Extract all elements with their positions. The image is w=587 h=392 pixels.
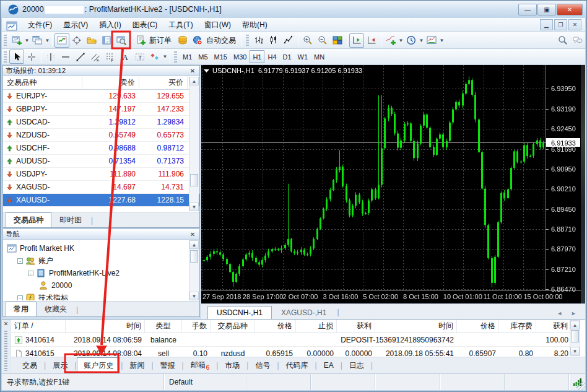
line-chart-button[interactable] [281, 33, 296, 48]
periods-button[interactable] [404, 33, 419, 48]
menu-item-1[interactable]: 显示(V) [58, 18, 93, 32]
price-chart-canvas[interactable] [201, 65, 581, 303]
terminal-tab-t4[interactable]: 警报 [154, 358, 181, 373]
close-icon[interactable]: ✕ [188, 68, 197, 74]
column-header[interactable]: 止损 [296, 320, 337, 333]
terminal-gripper[interactable] [4, 331, 7, 371]
market-watch-row-eurjpy[interactable]: EURJPY-129.633129.655 [3, 90, 199, 103]
terminal-tab-t5[interactable]: 邮箱6 [185, 357, 216, 373]
window-restore-button[interactable]: ▣ [537, 4, 556, 15]
bar-chart-button[interactable] [251, 33, 266, 48]
chart-tab-xagusd-h1[interactable]: XAGUSD-,H1 [272, 306, 336, 319]
market-watch-tab[interactable]: 即时图 [51, 212, 90, 227]
tick-chart-button[interactable] [54, 33, 69, 48]
tree-item-20000[interactable]: 20000 [3, 279, 189, 292]
timeframe-h4-button[interactable]: H4 [264, 50, 279, 63]
terminal-tab-t8[interactable]: 代码库 [280, 358, 315, 373]
navigator-scrollbar[interactable]: ▲ ▼ [189, 240, 199, 300]
navigator-tab[interactable]: 收藏夹 [37, 302, 75, 316]
new-chart-button[interactable] [9, 33, 24, 48]
window-close-button[interactable]: ✕ [557, 4, 583, 15]
tree-item--[interactable]: -账户 [3, 255, 189, 267]
toolbar-gripper[interactable] [246, 35, 249, 46]
chart-tab-usdcnh-h1[interactable]: USDCNH-,H1 [207, 306, 272, 319]
autotrading-button[interactable] [190, 33, 205, 48]
timeframe-m15-button[interactable]: M15 [211, 50, 230, 63]
terminal-tab-t1[interactable]: 展示 [46, 358, 74, 373]
autotrading-button-label[interactable]: 自动交易 [206, 35, 236, 46]
templates-button[interactable] [424, 33, 439, 48]
terminal-toggle-button[interactable] [99, 33, 114, 48]
child-restore-button[interactable]: ❐ [554, 19, 567, 30]
search-button[interactable] [555, 33, 570, 48]
market-watch-row-gbpjpy[interactable]: GBPJPY-147.197147.233 [3, 103, 199, 116]
strategy-tester-button[interactable] [114, 33, 129, 48]
terminal-tab-t3[interactable]: 新闻 [123, 358, 150, 373]
child-close-button[interactable]: ✕ [568, 19, 581, 30]
timeframe-m5-button[interactable]: M5 [195, 50, 211, 63]
column-symbol[interactable]: 交易品种 [3, 76, 82, 89]
column-header[interactable]: 时间 [375, 320, 457, 333]
tree-item-profit-market-hk[interactable]: Profit Market HK [3, 242, 189, 255]
text-button[interactable]: A [118, 50, 133, 64]
text-label-button[interactable]: T [133, 50, 147, 64]
arrows-button-dropdown[interactable]: ▼ [162, 54, 168, 59]
market-watch-row-usdcad[interactable]: USDCAD-1.298121.29834 [3, 116, 199, 129]
column-bid[interactable]: 卖价 [82, 76, 139, 89]
market-watch-row-usdchf[interactable]: USDCHF-0.986880.98712 [3, 142, 199, 155]
window-minimize-button[interactable]: — [518, 4, 537, 15]
timeframe-m1-button[interactable]: M1 [180, 50, 195, 63]
new-chart-button-dropdown[interactable]: ▼ [24, 38, 30, 43]
market-watch-row-audusd[interactable]: AUDUSD-0.713540.71373 [3, 155, 199, 168]
market-watch-scrollbar[interactable]: ▲ ▼ [189, 77, 199, 211]
history-row-3410614[interactable]: 34106142018.09.14 08:06:59balanceDEPOSIT… [11, 333, 572, 347]
tab-scroll-right-icon[interactable]: ► [571, 310, 576, 316]
profiles-button[interactable] [30, 33, 45, 48]
market-watch-row-usdjpy[interactable]: USDJPY-111.890111.906 [3, 168, 199, 181]
history-row-3410615[interactable]: 34106152018.09.14 08:08:04sell0.10nzdusd… [11, 347, 572, 357]
tree-item--[interactable]: -f技术指标 [3, 292, 189, 300]
terminal-tab-t7[interactable]: 信号 [249, 358, 276, 373]
market-watch-tab[interactable]: 交易品种 [6, 212, 51, 227]
timeframe-m30-button[interactable]: M30 [230, 50, 250, 63]
market-watch-row-nzdusd[interactable]: NZDUSD-0.657490.65773 [3, 129, 199, 142]
timeframe-w1-button[interactable]: W1 [295, 50, 311, 63]
toolbar-gripper[interactable] [174, 51, 177, 63]
column-header[interactable]: 类型 [145, 320, 182, 333]
column-header[interactable]: 手数 [182, 320, 211, 333]
shift-chart-button[interactable] [349, 33, 364, 48]
tree-expander[interactable]: - [17, 295, 23, 301]
menu-item-4[interactable]: 工具(T) [163, 18, 198, 32]
fibonacci-button[interactable]: F [103, 50, 118, 64]
horizontal-line-button[interactable] [58, 50, 73, 64]
status-profile[interactable]: Default [164, 374, 246, 390]
templates-button-dropdown[interactable]: ▼ [439, 38, 445, 43]
new-order-button[interactable] [133, 33, 148, 48]
navigator-tab[interactable]: 常用 [6, 302, 37, 316]
terminal-tab-t0[interactable]: 交易 [16, 358, 43, 373]
indicators-button-dropdown[interactable]: ▼ [398, 38, 404, 43]
indicators-button[interactable] [383, 33, 398, 48]
close-icon[interactable]: ✕ [2, 320, 10, 327]
menu-item-5[interactable]: 窗口(W) [199, 18, 237, 32]
cursor-button[interactable] [9, 50, 24, 64]
terminal-scrollbar[interactable]: ▲ ▼ [570, 320, 580, 356]
timeframe-mn-button[interactable]: MN [311, 50, 328, 63]
profiles-button-dropdown[interactable]: ▼ [45, 38, 50, 43]
column-header[interactable]: 价格 [255, 320, 296, 333]
menu-item-0[interactable]: 文件(F) [22, 18, 58, 32]
tab-scroll-left-icon[interactable]: ◄ [557, 310, 562, 316]
timeframe-h1-button[interactable]: H1 [250, 50, 264, 63]
tree-expander[interactable]: - [28, 271, 33, 276]
toolbar-gripper[interactable] [4, 35, 7, 46]
column-header[interactable]: 获利 [536, 320, 572, 333]
timeframe-d1-button[interactable]: D1 [280, 50, 295, 63]
arrows-button[interactable] [147, 50, 162, 64]
resize-grip[interactable] [576, 381, 585, 390]
periods-button-dropdown[interactable]: ▼ [419, 38, 424, 43]
candlestick-button[interactable] [266, 33, 281, 48]
tile-windows-button[interactable] [330, 33, 345, 48]
menu-item-2[interactable]: 插入(I) [93, 18, 126, 32]
menu-item-6[interactable]: 帮助(H) [237, 18, 273, 32]
terminal-tab-t10[interactable]: 日志 [343, 358, 370, 373]
